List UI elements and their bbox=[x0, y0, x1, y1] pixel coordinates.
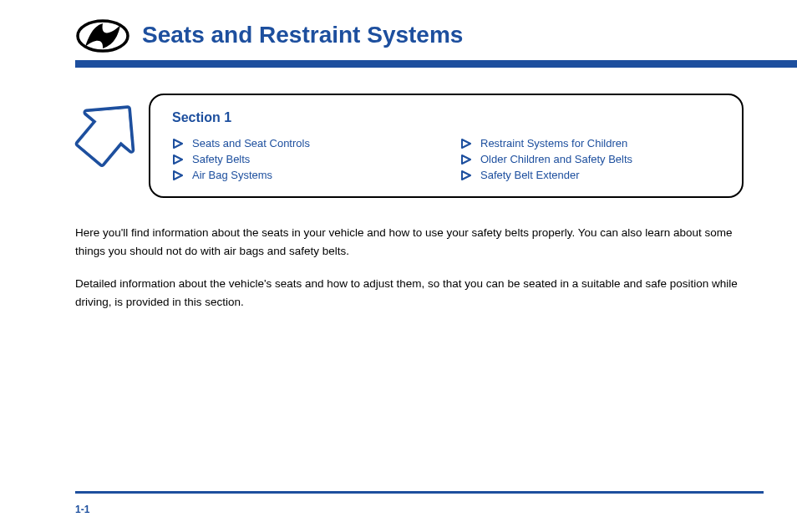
footer-rule bbox=[75, 491, 764, 494]
nav-link[interactable]: Older Children and Safety Belts bbox=[460, 153, 723, 165]
play-bullet-icon bbox=[460, 170, 472, 180]
play-bullet-icon bbox=[172, 170, 184, 180]
section-nav-callout: Section 1 Seats and Seat Controls Safety… bbox=[149, 94, 744, 198]
body-text: Here you'll find information about the s… bbox=[75, 224, 744, 326]
nav-link[interactable]: Safety Belts bbox=[172, 153, 435, 165]
section-title: Seats and Restraint Systems bbox=[142, 22, 463, 48]
page-number: 1-1 bbox=[75, 504, 89, 515]
paragraph: Here you'll find information about the s… bbox=[75, 224, 744, 260]
nav-link-label: Air Bag Systems bbox=[192, 169, 272, 181]
nav-link[interactable]: Seats and Seat Controls bbox=[172, 137, 435, 149]
page-container: Seats and Restraint Systems Section 1 Se… bbox=[0, 0, 797, 532]
callout-arrow-icon bbox=[69, 95, 145, 172]
play-bullet-icon bbox=[172, 139, 184, 149]
nav-link-label: Restraint Systems for Children bbox=[480, 137, 627, 149]
nav-link-label: Seats and Seat Controls bbox=[192, 137, 310, 149]
play-bullet-icon bbox=[172, 155, 184, 165]
nav-link[interactable]: Restraint Systems for Children bbox=[460, 137, 723, 149]
brand-logo bbox=[75, 18, 130, 53]
play-bullet-icon bbox=[460, 139, 472, 149]
nav-link[interactable]: Safety Belt Extender bbox=[460, 169, 723, 181]
nav-columns: Seats and Seat Controls Safety Belts Air… bbox=[172, 134, 723, 185]
paragraph: Detailed information about the vehicle's… bbox=[75, 275, 744, 311]
nav-link-label: Safety Belt Extender bbox=[480, 169, 580, 181]
callout-title: Section 1 bbox=[172, 110, 723, 125]
nav-link[interactable]: Air Bag Systems bbox=[172, 169, 435, 181]
play-bullet-icon bbox=[460, 155, 472, 165]
nav-column-left: Seats and Seat Controls Safety Belts Air… bbox=[172, 134, 435, 185]
nav-link-label: Older Children and Safety Belts bbox=[480, 153, 632, 165]
nav-link-label: Safety Belts bbox=[192, 153, 250, 165]
nav-column-right: Restraint Systems for Children Older Chi… bbox=[460, 134, 723, 185]
header-rule bbox=[75, 60, 797, 68]
